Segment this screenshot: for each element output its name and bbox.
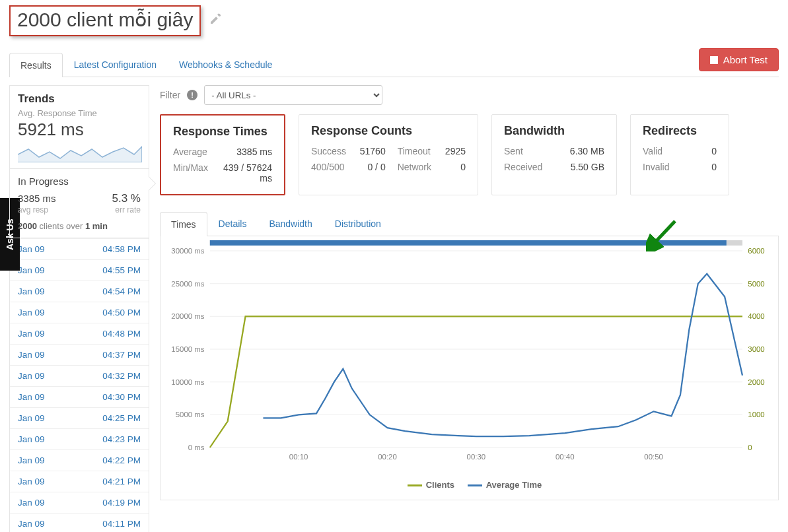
svg-text:00:10: 00:10	[289, 453, 308, 461]
redirects-card: Redirects Valid0Invalid0	[630, 114, 729, 195]
response-times-card: Response Times Average3385 msMin/Max439 …	[160, 114, 285, 195]
history-row[interactable]: Jan 0904:48 PM	[10, 323, 149, 344]
chart-tab-times[interactable]: Times	[160, 212, 207, 236]
svg-text:00:40: 00:40	[555, 453, 575, 461]
svg-text:00:50: 00:50	[644, 453, 663, 461]
abort-label: Abort Test	[723, 54, 768, 65]
chart-legend: Clients Average Time	[161, 476, 778, 490]
tab-latest-configuration[interactable]: Latest Configuration	[63, 52, 168, 77]
history-row[interactable]: Jan 0904:37 PM	[10, 344, 149, 365]
in-progress-label: In Progress	[18, 176, 141, 187]
svg-text:2000: 2000	[748, 378, 764, 386]
svg-text:5000 ms: 5000 ms	[176, 411, 205, 419]
svg-text:4000: 4000	[748, 313, 764, 321]
err-rate-current: 5.3 %	[112, 192, 141, 205]
history-row[interactable]: Jan 0904:32 PM	[10, 365, 149, 386]
run-summary: 2000 clients over 1 min	[18, 221, 141, 231]
abort-test-button[interactable]: Abort Test	[699, 48, 779, 71]
svg-text:6000: 6000	[748, 247, 764, 255]
bandwidth-card: Bandwidth Sent6.30 MBReceived5.50 GB	[491, 114, 617, 195]
tab-results[interactable]: Results	[9, 53, 63, 77]
svg-rect-2	[210, 240, 727, 246]
svg-text:10000 ms: 10000 ms	[171, 378, 205, 386]
svg-text:1000: 1000	[748, 411, 764, 419]
chart-tab-details[interactable]: Details	[207, 211, 258, 236]
svg-text:0: 0	[748, 444, 752, 451]
history-row[interactable]: Jan 0904:22 PM	[10, 449, 149, 471]
trends-title: Trends	[18, 92, 141, 106]
in-progress-card: In Progress 3385 ms 5.3 % avg resperr ra…	[9, 169, 149, 238]
svg-text:20000 ms: 20000 ms	[171, 313, 205, 321]
history-row[interactable]: Jan 0904:58 PM	[10, 238, 149, 259]
history-row[interactable]: Jan 0904:25 PM	[10, 407, 149, 428]
avg-resp-value: 5921 ms	[18, 119, 141, 140]
run-history-list: Jan 0904:58 PMJan 0904:55 PMJan 0904:54 …	[9, 238, 149, 532]
info-icon[interactable]: !	[187, 90, 197, 100]
svg-text:30000 ms: 30000 ms	[171, 247, 205, 255]
trends-card: Trends Avg. Response Time 5921 ms	[9, 85, 149, 169]
avg-resp-label: Avg. Response Time	[18, 108, 141, 118]
history-row[interactable]: Jan 0904:54 PM	[10, 281, 149, 302]
history-row[interactable]: Jan 0904:55 PM	[10, 259, 149, 281]
top-tabs: ResultsLatest ConfigurationWebhooks & Sc…	[9, 52, 283, 77]
chart-tab-distribution[interactable]: Distribution	[324, 211, 392, 236]
trends-sparkline	[18, 143, 142, 162]
history-row[interactable]: Jan 0904:11 PM	[10, 513, 149, 532]
svg-text:25000 ms: 25000 ms	[171, 280, 205, 288]
svg-text:15000 ms: 15000 ms	[171, 345, 205, 353]
chart-tab-bandwidth[interactable]: Bandwidth	[258, 211, 323, 236]
tab-webhooks-schedule[interactable]: Webhooks & Schedule	[168, 52, 283, 77]
history-row[interactable]: Jan 0904:50 PM	[10, 302, 149, 323]
filter-label: Filter	[160, 90, 180, 100]
test-title: 2000 client mỗi giây	[9, 5, 201, 36]
history-row[interactable]: Jan 0904:23 PM	[10, 428, 149, 449]
history-row[interactable]: Jan 0904:19 PM	[10, 492, 149, 513]
svg-text:5000: 5000	[748, 280, 764, 288]
stop-icon	[710, 56, 718, 64]
url-filter-select[interactable]: - All URLs -	[204, 85, 382, 105]
edit-icon[interactable]	[209, 13, 222, 29]
avg-resp-current: 3385 ms	[18, 193, 56, 204]
history-row[interactable]: Jan 0904:30 PM	[10, 386, 149, 407]
times-chart: 0 ms5000 ms10000 ms15000 ms20000 ms25000…	[160, 236, 779, 500]
chart-tabs: TimesDetailsBandwidthDistribution	[160, 211, 779, 236]
svg-text:0 ms: 0 ms	[188, 444, 205, 451]
response-counts-card: Response Counts Success51760Timeout29254…	[299, 114, 478, 195]
svg-text:3000: 3000	[748, 345, 764, 353]
svg-text:00:30: 00:30	[467, 453, 486, 461]
svg-text:00:20: 00:20	[378, 453, 397, 461]
history-row[interactable]: Jan 0904:21 PM	[10, 471, 149, 492]
